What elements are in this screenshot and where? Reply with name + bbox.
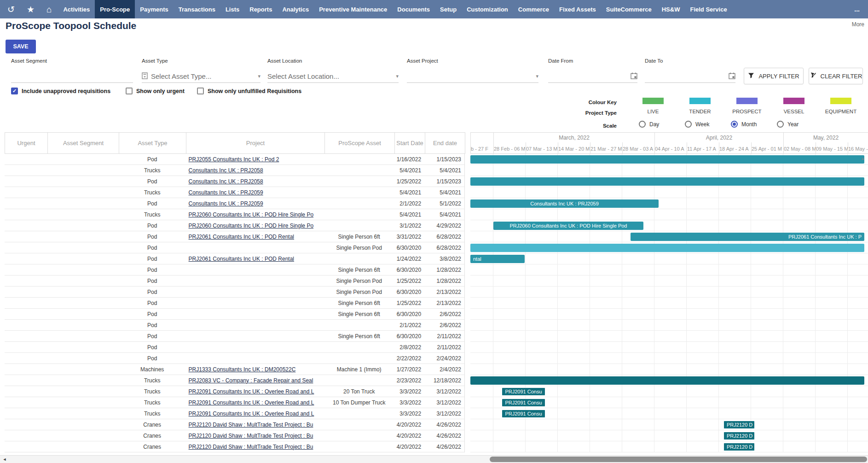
gantt-bar[interactable]: PRJ2120 D <box>723 443 755 451</box>
calendar-icon[interactable] <box>729 72 735 81</box>
project-link[interactable]: Consultants Inc UK : PRJ2059 <box>189 189 263 196</box>
gantt-bar[interactable] <box>470 376 864 385</box>
gantt-bar[interactable]: ntal <box>470 255 525 263</box>
scale-option-day[interactable]: Day <box>639 121 685 128</box>
gantt-bar[interactable]: PRJ2060 Consultants Inc UK : POD Hire Si… <box>493 222 643 230</box>
asset-project-label: Asset Project <box>407 58 538 64</box>
shortcuts-star-icon[interactable]: ★ <box>27 5 35 14</box>
asset-project-field[interactable]: Asset Project ▾ <box>407 58 538 83</box>
nav-item-transactions[interactable]: Transactions <box>174 0 220 18</box>
nav-item-lists[interactable]: Lists <box>220 0 244 18</box>
asset-segment-field[interactable]: Asset Segment <box>11 58 133 83</box>
nav-item-setup[interactable]: Setup <box>435 0 462 18</box>
scroll-left-icon[interactable]: ◄ <box>0 456 9 463</box>
horizontal-scrollbar[interactable]: ◄ <box>0 455 868 463</box>
gantt-bar[interactable]: PRJ2061 Consultants Inc UK : P <box>631 233 864 241</box>
nav-item-preventive-maintenance[interactable]: Preventive Maintenance <box>314 0 392 18</box>
timeline-week: 28 Mar - 03 A <box>622 142 654 153</box>
nav-item-documents[interactable]: Documents <box>392 0 435 18</box>
gantt-row <box>470 331 868 342</box>
show-only-unfulfilled-checkbox[interactable]: Show only unfulfilled Requisitions <box>197 88 301 94</box>
date-to-field[interactable]: Date To <box>645 58 735 83</box>
gantt-row <box>470 309 868 320</box>
project-link[interactable]: Consultants Inc UK : PRJ2058 <box>189 178 263 185</box>
project-link[interactable]: PRJ2061 Consultants Inc UK : POD Rental <box>189 234 294 240</box>
project-link[interactable]: PRJ2120 David Shaw : MultTrade Test Proj… <box>189 444 313 450</box>
include-unapproved-checkbox[interactable]: Include unapproved requisitions <box>11 88 110 94</box>
timeline-month: May, 2022 <box>783 133 868 142</box>
project-link[interactable]: PRJ2061 Consultants Inc UK : POD Rental <box>189 256 294 262</box>
calendar-icon[interactable] <box>631 72 637 81</box>
nav-item-activities[interactable]: Activities <box>58 0 95 18</box>
nav-item-analytics[interactable]: Analytics <box>277 0 314 18</box>
date-to-control[interactable] <box>645 70 735 83</box>
asset-project-control[interactable]: ▾ <box>407 70 538 83</box>
apply-filter-button[interactable]: APPLY FILTER <box>744 68 804 84</box>
home-icon[interactable]: ⌂ <box>46 5 52 14</box>
nav-item-pro-scope[interactable]: Pro-Scope <box>95 0 135 18</box>
project-link[interactable]: PRJ2091 Consultants Inc UK : Overlee Roa… <box>189 388 314 395</box>
nav-item-payments[interactable]: Payments <box>135 0 173 18</box>
save-button[interactable]: SAVE <box>6 40 36 53</box>
project-link[interactable]: PRJ2120 David Shaw : MultTrade Test Proj… <box>189 433 313 439</box>
project-link[interactable]: Consultants Inc UK : PRJ2059 <box>189 200 263 207</box>
scrollbar-thumb[interactable] <box>490 457 867 462</box>
cell-project: PRJ1333 Consultants Inc UK : DM200522C <box>186 366 324 373</box>
scale-option-month[interactable]: Month <box>731 121 777 128</box>
gantt-bar[interactable] <box>470 177 864 186</box>
checkbox-icon[interactable] <box>197 88 204 94</box>
nav-item-reports[interactable]: Reports <box>244 0 277 18</box>
nav-overflow-menu[interactable]: ... <box>846 0 868 18</box>
cell-project: PRJ2060 Consultants Inc UK : POD Hire Si… <box>186 223 324 229</box>
project-link[interactable]: Consultants Inc UK : PRJ2058 <box>189 167 263 174</box>
date-from-field[interactable]: Date From <box>548 58 637 83</box>
asset-location-field[interactable]: Asset Location Select Asset Location... … <box>267 58 399 83</box>
date-from-control[interactable] <box>548 70 637 83</box>
asset-location-control[interactable]: Select Asset Location... ▾ <box>267 70 399 83</box>
nav-item-hs-w[interactable]: HS&W <box>657 0 685 18</box>
nav-item-field-service[interactable]: Field Service <box>685 0 732 18</box>
table-row: PodPRJ2060 Consultants Inc UK : POD Hire… <box>5 220 464 231</box>
asset-segment-control[interactable] <box>11 70 133 83</box>
project-link[interactable]: PRJ2083 VC - Company : Facade Repair and… <box>189 377 313 384</box>
column-header-urgent: Urgent <box>5 132 48 154</box>
checkbox-icon[interactable] <box>11 88 18 94</box>
project-link[interactable]: PRJ2091 Consultants Inc UK : Overlee Roa… <box>189 399 314 406</box>
project-link[interactable]: PRJ2055 Consultants Inc UK : Pod 2 <box>189 156 279 163</box>
recent-history-icon[interactable]: ↺ <box>7 5 15 14</box>
nav-item-commerce[interactable]: Commerce <box>513 0 554 18</box>
gantt-row <box>470 298 868 309</box>
project-link[interactable]: PRJ2060 Consultants Inc UK : POD Hire Si… <box>189 211 313 218</box>
project-link[interactable]: PRJ2091 Consultants Inc UK : Overlee Roa… <box>189 410 314 417</box>
more-link[interactable]: More <box>852 21 864 28</box>
gantt-bar[interactable] <box>470 244 864 252</box>
scroll-up-icon[interactable]: ▲ <box>861 156 865 161</box>
project-link[interactable]: PRJ2120 David Shaw : MultTrade Test Proj… <box>189 422 313 428</box>
scale-option-week[interactable]: Week <box>685 121 731 128</box>
gantt-bar[interactable]: PRJ2091 Consu <box>502 410 545 418</box>
asset-type-control[interactable]: Select Asset Type... ▾ <box>142 70 260 83</box>
gantt-bar[interactable]: PRJ2120 D <box>723 421 755 429</box>
asset-type-field[interactable]: Asset Type Select Asset Type... ▾ <box>142 58 260 83</box>
gantt-bar[interactable] <box>470 155 864 164</box>
gantt-bar[interactable]: PRJ2091 Consu <box>502 399 545 407</box>
scale-option-year[interactable]: Year <box>777 121 823 128</box>
nav-item-fixed-assets[interactable]: Fixed Assets <box>554 0 601 18</box>
cell-start-date: 5/4/2021 <box>394 167 424 174</box>
nav-item-suitecommerce[interactable]: SuiteCommerce <box>601 0 657 18</box>
cell-end-date: 4/26/2022 <box>424 433 464 439</box>
gantt-bar[interactable]: PRJ2091 Consu <box>502 387 545 396</box>
cell-end-date: 5/4/2021 <box>424 211 464 218</box>
project-link[interactable]: PRJ1333 Consultants Inc UK : DM200522C <box>189 366 296 373</box>
clear-filter-button[interactable]: CLEAR FILTER <box>809 68 863 84</box>
cell-end-date: 3/12/2022 <box>424 410 464 417</box>
nav-item-customization[interactable]: Customization <box>462 0 513 18</box>
project-link[interactable]: PRJ2060 Consultants Inc UK : POD Hire Si… <box>189 223 313 229</box>
cell-end-date: 4/29/2022 <box>424 223 464 229</box>
cell-project: PRJ2061 Consultants Inc UK : POD Rental <box>186 256 324 262</box>
asset-type-placeholder: Select Asset Type... <box>151 72 211 80</box>
checkbox-icon[interactable] <box>126 88 133 94</box>
gantt-bar[interactable]: Consultants Inc UK : PRJ2059 <box>470 199 659 208</box>
gantt-bar[interactable]: PRJ2120 D <box>723 432 755 440</box>
show-only-urgent-checkbox[interactable]: Show only urgent <box>126 88 185 94</box>
